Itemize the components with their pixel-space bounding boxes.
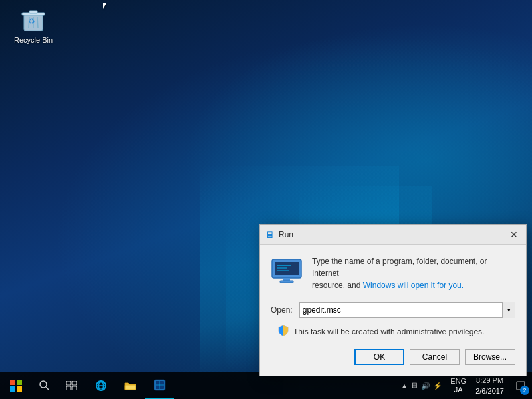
svg-rect-17 bbox=[10, 386, 15, 392]
dialog-description-line2: resource, and Windows will open it for y… bbox=[312, 279, 515, 291]
search-button[interactable] bbox=[32, 372, 57, 399]
language-bottom: JA bbox=[450, 386, 466, 394]
audio-icon[interactable]: 🔊 bbox=[421, 382, 430, 390]
svg-rect-24 bbox=[72, 386, 77, 390]
admin-notice: This task will be created with administr… bbox=[271, 325, 515, 338]
ok-button[interactable]: OK bbox=[354, 349, 404, 365]
svg-rect-9 bbox=[275, 262, 299, 275]
battery-icon[interactable]: ⚡ bbox=[433, 382, 442, 390]
notification-center-button[interactable]: 2 bbox=[509, 372, 532, 399]
dialog-description-line1: Type the name of a program, folder, docu… bbox=[312, 255, 515, 279]
windows-highlight: Windows will open it for you. bbox=[363, 281, 464, 290]
svg-rect-16 bbox=[17, 380, 22, 385]
file-explorer-button[interactable] bbox=[116, 372, 145, 399]
taskbar: ▲ 🖥 🔊 ⚡ ENG JA 8:29 PM 2/6/2017 2 bbox=[0, 372, 532, 399]
language-top: ENG bbox=[450, 377, 466, 386]
clock[interactable]: 8:29 PM 2/6/2017 bbox=[470, 375, 509, 397]
svg-rect-14 bbox=[280, 281, 293, 283]
dialog-title: Run bbox=[279, 230, 507, 239]
windows-explorer-button[interactable] bbox=[145, 372, 174, 399]
internet-explorer-button[interactable] bbox=[86, 372, 116, 399]
open-row: Open: ▾ bbox=[271, 302, 515, 318]
svg-rect-22 bbox=[72, 381, 77, 385]
dialog-header: Type the name of a program, folder, docu… bbox=[271, 255, 515, 291]
run-icon bbox=[271, 255, 303, 287]
task-view-button[interactable] bbox=[57, 372, 86, 399]
admin-notice-text: This task will be created with administr… bbox=[293, 327, 484, 336]
system-tray: ▲ 🖥 🔊 ⚡ bbox=[396, 381, 446, 390]
run-dialog: 🖥 Run ✕ bbox=[259, 224, 527, 376]
dialog-buttons: OK Cancel Browse... bbox=[271, 349, 515, 365]
svg-rect-23 bbox=[66, 386, 71, 390]
shield-icon bbox=[277, 325, 289, 338]
language-indicator[interactable]: ENG JA bbox=[446, 377, 470, 394]
svg-rect-28 bbox=[125, 385, 136, 390]
open-input-wrapper: ▾ bbox=[299, 302, 515, 318]
recycle-bin-graphic: ♻ bbox=[20, 7, 47, 33]
run-dialog-icon: 🖥 bbox=[265, 229, 275, 240]
recycle-bin-icon[interactable]: ♻ Recycle Bin bbox=[10, 7, 57, 45]
svg-rect-18 bbox=[17, 386, 22, 392]
svg-rect-6 bbox=[29, 11, 37, 13]
open-dropdown-button[interactable]: ▾ bbox=[502, 302, 515, 318]
svg-point-19 bbox=[40, 381, 47, 388]
svg-text:♻: ♻ bbox=[28, 17, 35, 26]
svg-rect-15 bbox=[10, 380, 15, 385]
desktop: ♻ Recycle Bin 🖥 Run ✕ bbox=[0, 0, 532, 399]
recycle-bin-label: Recycle Bin bbox=[10, 36, 57, 45]
dialog-body: Type the name of a program, folder, docu… bbox=[260, 245, 526, 376]
browse-button[interactable]: Browse... bbox=[465, 349, 515, 365]
cancel-button[interactable]: Cancel bbox=[410, 349, 460, 365]
dialog-close-button[interactable]: ✕ bbox=[507, 228, 521, 241]
start-button[interactable] bbox=[0, 372, 32, 399]
dialog-titlebar: 🖥 Run ✕ bbox=[260, 225, 526, 245]
date-display: 2/6/2017 bbox=[475, 386, 504, 397]
svg-rect-21 bbox=[66, 381, 71, 385]
taskbar-right: ▲ 🖥 🔊 ⚡ ENG JA 8:29 PM 2/6/2017 2 bbox=[396, 372, 532, 399]
network-icon[interactable]: 🖥 bbox=[410, 381, 418, 390]
svg-line-20 bbox=[46, 387, 49, 390]
open-label: Open: bbox=[271, 305, 293, 315]
svg-line-4 bbox=[37, 17, 38, 28]
chevron-up-icon[interactable]: ▲ bbox=[400, 382, 408, 390]
notification-badge: 2 bbox=[520, 386, 529, 395]
open-input[interactable] bbox=[299, 302, 515, 318]
